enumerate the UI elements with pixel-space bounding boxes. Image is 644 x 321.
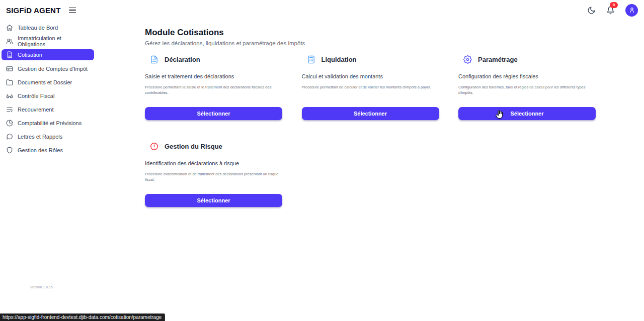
sidebar-item-label: Gestion des Rôles bbox=[18, 147, 63, 153]
app-window: SIGFiD AGENT 0 bbox=[0, 0, 644, 321]
card-liquidation: Liquidation Calcul et validation des mon… bbox=[302, 55, 439, 120]
card-subtitle: Calcul et validation des montants bbox=[302, 73, 439, 79]
folder-icon bbox=[6, 79, 13, 86]
home-icon bbox=[6, 24, 13, 31]
sidebar-item-label: Gestion de Comptes d'Impôt bbox=[18, 66, 88, 72]
notifications-button[interactable]: 0 bbox=[606, 6, 615, 15]
card-title: Déclaration bbox=[165, 56, 200, 63]
gear-icon bbox=[463, 55, 472, 64]
app-logo: SIGFiD AGENT bbox=[6, 6, 61, 15]
pie-chart-icon bbox=[6, 120, 13, 127]
glasses-icon bbox=[6, 92, 13, 99]
moon-icon bbox=[587, 6, 596, 15]
page-subtitle: Gérez les déclarations, liquidations et … bbox=[145, 40, 596, 46]
sidebar-item-label: Lettres et Rappels bbox=[18, 134, 62, 140]
card-description: Configuration des barèmes, taux et règle… bbox=[458, 85, 596, 96]
document-icon bbox=[6, 51, 13, 58]
chat-bubble-icon bbox=[6, 133, 13, 140]
sidebar-item-label: Comptabilité et Prévisions bbox=[18, 120, 82, 126]
card-title: Liquidation bbox=[321, 56, 357, 63]
select-button-liquidation[interactable]: Sélectionner bbox=[302, 107, 439, 120]
sidebar-item-roles[interactable]: Gestion des Rôles bbox=[2, 145, 94, 155]
sidebar-item-label: Documents et Dossier bbox=[18, 79, 72, 85]
card-description: Procédure d'identification et de traitem… bbox=[145, 172, 282, 183]
notification-count-badge: 0 bbox=[610, 2, 618, 8]
card-subtitle: Identification des déclarations à risque bbox=[145, 160, 282, 166]
sidebar-nav: Tableau de Bord Immatriculation et Oblig… bbox=[2, 22, 94, 158]
module-cards-grid: Déclaration Saisie et traitement des déc… bbox=[145, 55, 596, 207]
sidebar-item-immatriculation[interactable]: Immatriculation et Obligations bbox=[2, 36, 94, 46]
dark-mode-toggle[interactable] bbox=[587, 6, 596, 15]
card-description: Procédure permettant de calculer et de v… bbox=[302, 85, 439, 90]
sidebar-item-label: Contrôle Fiscal bbox=[18, 93, 54, 99]
page-title: Module Cotisations bbox=[145, 28, 596, 38]
person-icon bbox=[628, 7, 635, 14]
users-icon bbox=[6, 38, 13, 45]
card-gestion-du-risque: Gestion du Risque Identification des déc… bbox=[145, 142, 282, 207]
card-declaration: Déclaration Saisie et traitement des déc… bbox=[145, 55, 282, 120]
document-icon bbox=[150, 55, 158, 64]
user-avatar[interactable] bbox=[625, 4, 638, 17]
sidebar-item-cotisation[interactable]: Cotisation bbox=[2, 49, 94, 60]
credit-card-icon bbox=[6, 65, 13, 72]
main-content: Module Cotisations Gérez les déclaration… bbox=[145, 20, 596, 207]
card-header: Liquidation bbox=[302, 55, 439, 64]
card-title: Gestion du Risque bbox=[165, 143, 222, 150]
shield-icon bbox=[6, 147, 13, 154]
sidebar-item-comptes-impot[interactable]: Gestion de Comptes d'Impôt bbox=[2, 63, 94, 74]
card-description: Procédure permettant la saisie et le tra… bbox=[145, 85, 282, 96]
sidebar-item-label: Tableau de Bord bbox=[18, 25, 58, 31]
sidebar-item-label: Immatriculation et Obligations bbox=[18, 35, 90, 47]
calculator-icon bbox=[307, 55, 315, 64]
sidebar-item-tableau-de-bord[interactable]: Tableau de Bord bbox=[2, 22, 94, 33]
card-header: Gestion du Risque bbox=[145, 142, 282, 151]
sidebar-item-recouvrement[interactable]: Recouvrement bbox=[2, 104, 94, 115]
card-title: Paramétrage bbox=[478, 56, 518, 63]
app-version: Version 1.0.15 bbox=[30, 285, 53, 289]
card-subtitle: Saisie et traitement des déclarations bbox=[145, 73, 282, 79]
header-actions: 0 bbox=[587, 4, 638, 17]
card-header: Paramétrage bbox=[458, 55, 596, 64]
sidebar-item-controle-fiscal[interactable]: Contrôle Fiscal bbox=[2, 90, 94, 101]
link-status-bar: https://app-sigfid-frontend-devtest.djib… bbox=[0, 313, 165, 321]
top-bar: SIGFiD AGENT 0 bbox=[0, 0, 644, 20]
sidebar-item-label: Cotisation bbox=[18, 52, 42, 58]
card-header: Déclaration bbox=[145, 55, 282, 64]
alert-circle-icon bbox=[150, 142, 158, 151]
hamburger-menu-icon[interactable] bbox=[69, 8, 76, 13]
select-button-parametrage[interactable]: Sélectionner bbox=[458, 107, 596, 120]
card-subtitle: Configuration des règles fiscales bbox=[458, 73, 596, 79]
card-parametrage: Paramétrage Configuration des règles fis… bbox=[458, 55, 596, 120]
sidebar-item-documents[interactable]: Documents et Dossier bbox=[2, 77, 94, 87]
sidebar-item-comptabilite[interactable]: Comptabilité et Prévisions bbox=[2, 118, 94, 128]
select-button-gestion-risque[interactable]: Sélectionner bbox=[145, 194, 282, 207]
sidebar-item-lettres[interactable]: Lettres et Rappels bbox=[2, 131, 94, 142]
sidebar-item-label: Recouvrement bbox=[18, 106, 54, 113]
list-icon bbox=[6, 106, 13, 113]
select-button-declaration[interactable]: Sélectionner bbox=[145, 107, 282, 120]
